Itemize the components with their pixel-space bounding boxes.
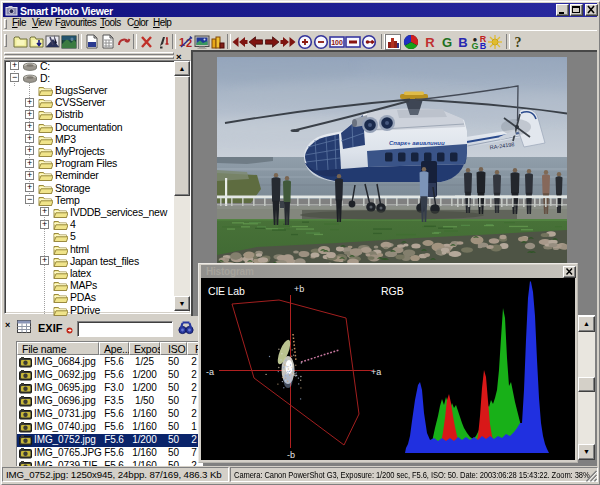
svg-text:?: ?	[515, 35, 522, 50]
svg-text:G: G	[471, 41, 478, 50]
svg-text:+a: +a	[371, 367, 381, 377]
svg-text:100: 100	[331, 39, 343, 46]
svg-text:R: R	[425, 35, 435, 50]
svg-text:-b: -b	[287, 450, 295, 460]
svg-text:G: G	[442, 35, 452, 50]
svg-text:RGB: RGB	[381, 285, 404, 297]
svg-text:-a: -a	[206, 367, 214, 377]
svg-text:CIE Lab: CIE Lab	[208, 285, 245, 297]
svg-text:B: B	[480, 41, 487, 50]
svg-text:+b: +b	[294, 284, 304, 294]
svg-text:B: B	[458, 35, 467, 50]
svg-text:Спарк+ авиалинии: Спарк+ авиалинии	[389, 140, 445, 146]
